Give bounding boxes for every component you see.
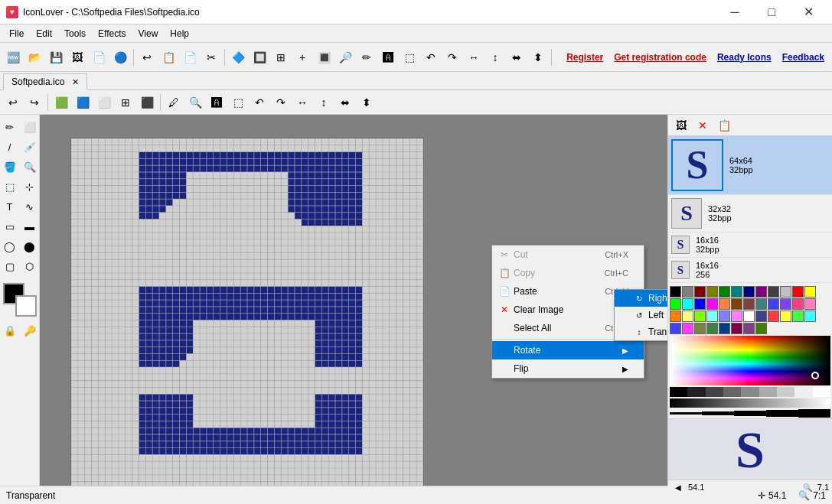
- color-swatch[interactable]: [670, 323, 681, 334]
- zoom-left-btn[interactable]: ◀: [671, 480, 685, 494]
- gradient-bar-1[interactable]: [670, 398, 830, 408]
- color-swatch[interactable]: [731, 323, 742, 334]
- tool-ellipse[interactable]: ◯: [1, 237, 19, 255]
- color-swatch[interactable]: [719, 311, 730, 322]
- color-swatch[interactable]: [719, 298, 730, 310]
- line-weight-4[interactable]: [766, 410, 798, 417]
- tool-select-free[interactable]: ⊹: [21, 177, 39, 196]
- color-swatch[interactable]: [731, 298, 742, 310]
- menu-tools[interactable]: Tools: [58, 25, 92, 42]
- icon-size-64x64[interactable]: S 64x64 32bpp: [668, 136, 832, 195]
- sub-btn-8[interactable]: 🅰: [207, 93, 227, 112]
- menu-edit[interactable]: Edit: [30, 25, 58, 42]
- tool-btn-21[interactable]: ↷: [442, 47, 462, 67]
- maximize-button[interactable]: □: [754, 0, 789, 24]
- color-swatch[interactable]: [706, 311, 718, 322]
- new-button[interactable]: 🆕: [3, 47, 23, 67]
- tool-btn-12[interactable]: 🔲: [250, 47, 269, 67]
- tool-btn-18[interactable]: 🅰: [378, 47, 398, 67]
- open-button[interactable]: 📂: [24, 47, 44, 67]
- tool-eraser[interactable]: ⬜: [21, 118, 39, 136]
- tool-btn-11[interactable]: 🔷: [228, 47, 248, 67]
- color-swatch[interactable]: [694, 323, 706, 334]
- tool-btn-22[interactable]: ↔: [464, 47, 484, 67]
- menu-effects[interactable]: Effects: [92, 25, 132, 42]
- pixel-canvas[interactable]: [70, 138, 424, 486]
- tool-fill[interactable]: 🪣: [1, 158, 19, 176]
- color-swatch[interactable]: [706, 323, 718, 334]
- ctx-rotate[interactable]: Rotate ▶: [492, 341, 644, 359]
- tool-btn-10[interactable]: ✂: [201, 47, 221, 67]
- tool-text[interactable]: T: [1, 197, 19, 216]
- tool-btn-19[interactable]: ⬚: [400, 47, 419, 67]
- color-swatch[interactable]: [731, 286, 742, 298]
- rp-btn-2[interactable]: 📋: [714, 115, 734, 135]
- tool-lock1[interactable]: 🔒: [1, 321, 19, 340]
- tool-lock2[interactable]: 🔑: [21, 321, 39, 340]
- submenu-left[interactable]: ↺ Left: [615, 307, 667, 324]
- color-swatch[interactable]: [743, 298, 755, 310]
- color-swatch[interactable]: [694, 286, 706, 298]
- sub-btn-5[interactable]: ⬛: [137, 93, 157, 112]
- tool-btn-17[interactable]: ✏: [357, 47, 377, 67]
- sub-btn-13[interactable]: ↕: [314, 93, 334, 112]
- tool-btn-23[interactable]: ↕: [485, 47, 505, 67]
- color-swatch[interactable]: [682, 323, 693, 334]
- color-swatch[interactable]: [768, 298, 779, 310]
- background-color[interactable]: [15, 295, 37, 317]
- rp-btn-1[interactable]: 🖼: [671, 115, 691, 135]
- tool-line[interactable]: /: [1, 138, 19, 156]
- tool-btn-16[interactable]: 🔎: [335, 47, 355, 67]
- gray-swatch-0[interactable]: [670, 387, 687, 397]
- gray-swatch-3[interactable]: [723, 387, 741, 397]
- color-swatch[interactable]: [768, 286, 779, 298]
- sub-redo[interactable]: ↪: [24, 93, 44, 112]
- sub-btn-9[interactable]: ⬚: [228, 93, 248, 112]
- ctx-cut[interactable]: ✂ Cut Ctrl+X: [492, 245, 644, 264]
- sub-btn-4[interactable]: ⊞: [116, 93, 135, 112]
- color-swatch[interactable]: [780, 286, 791, 298]
- sub-btn-12[interactable]: ↔: [292, 93, 312, 112]
- sub-btn-10[interactable]: ↶: [250, 93, 269, 112]
- register-link[interactable]: Register: [566, 52, 603, 63]
- color-swatch[interactable]: [731, 311, 742, 322]
- tab-softpedia[interactable]: Softpedia.ico ✕: [3, 73, 87, 90]
- canvas-area[interactable]: ✂ Cut Ctrl+X 📋 Copy Ctrl+C 📄 Paste Ctrl+…: [40, 115, 667, 486]
- color-spectrum[interactable]: [670, 336, 830, 385]
- tool-btn-6[interactable]: 🔵: [110, 47, 130, 67]
- tool-select-rect[interactable]: ⬚: [1, 177, 19, 196]
- tool-filled-rect[interactable]: ▬: [21, 217, 39, 236]
- gray-swatch-8[interactable]: [813, 387, 830, 397]
- color-swatch[interactable]: [780, 311, 791, 322]
- color-swatch[interactable]: [755, 311, 767, 322]
- tool-rounded-rect[interactable]: ▢: [1, 257, 19, 275]
- tool-zoom[interactable]: 🔍: [21, 158, 39, 176]
- color-swatch[interactable]: [768, 311, 779, 322]
- submenu-right[interactable]: ↻ Right: [615, 290, 667, 307]
- sub-btn-11[interactable]: ↷: [271, 93, 291, 112]
- minimize-button[interactable]: ─: [717, 0, 752, 24]
- color-swatch[interactable]: [682, 298, 693, 310]
- icon-size-16x16-32bpp[interactable]: S 16x16 32bpp: [668, 232, 832, 258]
- tool-btn-15[interactable]: 🔳: [314, 47, 334, 67]
- tool-filled-ellipse[interactable]: ⬤: [21, 237, 39, 255]
- close-button[interactable]: ✕: [791, 0, 826, 24]
- sub-btn-7[interactable]: 🔍: [185, 93, 205, 112]
- tool-btn-24[interactable]: ⬌: [507, 47, 527, 67]
- sub-btn-3[interactable]: ⬜: [94, 93, 114, 112]
- menu-help[interactable]: Help: [164, 25, 195, 42]
- color-swatch[interactable]: [694, 298, 706, 310]
- color-swatch[interactable]: [780, 298, 791, 310]
- gray-swatch-1[interactable]: [687, 387, 705, 397]
- color-swatch[interactable]: [719, 323, 730, 334]
- sub-undo[interactable]: ↩: [3, 93, 23, 112]
- line-weight-2[interactable]: [702, 411, 734, 415]
- tool-btn-8[interactable]: 📋: [158, 47, 178, 67]
- gray-swatch-6[interactable]: [777, 387, 794, 397]
- tool-btn-13[interactable]: ⊞: [271, 47, 291, 67]
- gray-swatch-2[interactable]: [706, 387, 723, 397]
- icon-size-32x32[interactable]: S 32x32 32bpp: [668, 195, 832, 232]
- color-swatch[interactable]: [670, 298, 681, 310]
- line-weight-3[interactable]: [734, 411, 766, 416]
- rp-btn-delete[interactable]: ✕: [693, 115, 713, 135]
